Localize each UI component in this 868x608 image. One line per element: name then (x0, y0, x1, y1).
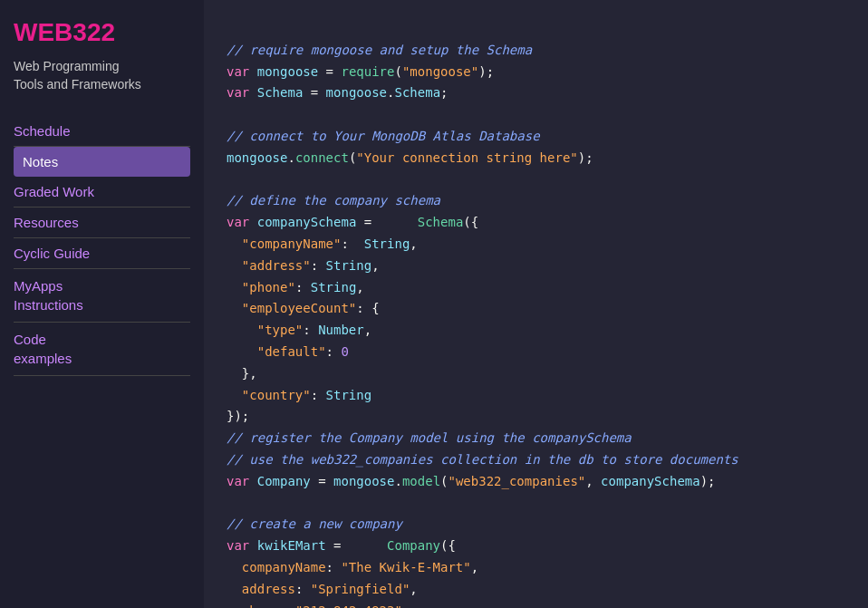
sidebar-item-code-examples[interactable]: Codeexamples (14, 323, 190, 376)
app-subtitle: Web Programming Tools and Frameworks (14, 58, 190, 93)
sidebar-item-notes[interactable]: Notes (14, 147, 190, 177)
sidebar-item-schedule[interactable]: Schedule (14, 116, 190, 147)
main-content: // require mongoose and setup the Schema… (204, 0, 868, 608)
sidebar-item-cyclic-guide[interactable]: Cyclic Guide (14, 238, 190, 269)
subtitle-line2: Tools and Frameworks (14, 77, 141, 92)
subtitle-line1: Web Programming (14, 59, 119, 73)
code-block: // require mongoose and setup the Schema… (227, 18, 845, 608)
nav-menu: Schedule Notes Graded Work Resources Cyc… (14, 116, 190, 376)
sidebar-item-myapps-instructions[interactable]: MyAppsInstructions (14, 269, 190, 323)
sidebar-item-graded-work[interactable]: Graded Work (14, 177, 190, 207)
app-title: WEB322 (14, 18, 190, 47)
sidebar: WEB322 Web Programming Tools and Framewo… (0, 0, 204, 608)
sidebar-item-resources[interactable]: Resources (14, 207, 190, 238)
